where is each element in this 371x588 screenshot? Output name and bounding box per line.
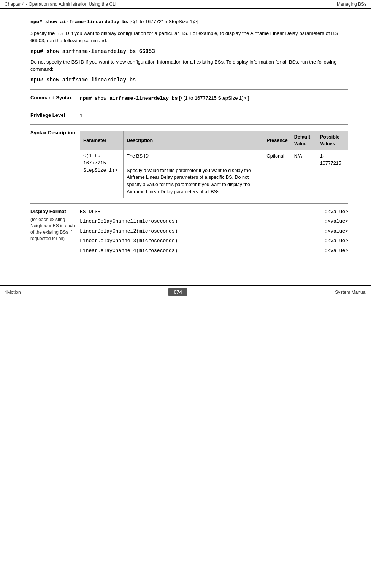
col-header-description: Description bbox=[124, 131, 263, 150]
privilege-level-section: Privilege Level 1 bbox=[30, 107, 348, 124]
intro-para2: Do not specify the BS ID if you want to … bbox=[30, 58, 348, 73]
display-format-value: :<value> bbox=[325, 247, 348, 255]
header-right: Managing BSs bbox=[337, 2, 366, 7]
display-format-body: BSIDLSB:<value>LinearDelayChannel1(micro… bbox=[80, 208, 348, 257]
display-format-section: Display Format (for each existing Neighb… bbox=[30, 203, 348, 261]
intro-command1-suffix: [<(1 to 16777215 StepSize 1)>] bbox=[128, 19, 198, 24]
cell-default-value: N/A bbox=[291, 150, 317, 198]
intro-command3: npu# show airframe-lineardelay bs bbox=[30, 77, 348, 83]
cell-possible-values: 1-16777215 bbox=[317, 150, 348, 198]
intro-para1: Specify the BS ID if you want to display… bbox=[30, 30, 348, 45]
page-content: npu# show airframe-lineardelay bs [<(1 t… bbox=[0, 9, 371, 270]
header-left: Chapter 4 - Operation and Administration… bbox=[5, 2, 116, 7]
col-header-default-value: Default Value bbox=[291, 131, 317, 150]
display-format-key: LinearDelayChannel2(microseconds) bbox=[80, 228, 178, 235]
display-format-row: LinearDelayChannel4(microseconds):<value… bbox=[80, 247, 348, 255]
syntax-description-body: Parameter Description Presence Default V… bbox=[80, 129, 348, 198]
privilege-value: 1 bbox=[80, 113, 82, 118]
display-format-label: Display Format (for each existing Neighb… bbox=[30, 208, 80, 257]
privilege-level-label: Privilege Level bbox=[30, 112, 80, 120]
cell-description: The BS IDSpecify a value for this parame… bbox=[124, 150, 263, 198]
command-syntax-normal: [<(1 to 16777215 StepSize 1)> ] bbox=[178, 95, 249, 101]
col-header-possible-values: Possible Values bbox=[317, 131, 348, 150]
table-header-row: Parameter Description Presence Default V… bbox=[80, 131, 348, 150]
syntax-description-label: Syntax Description bbox=[30, 129, 80, 198]
display-format-value: :<value> bbox=[325, 218, 348, 225]
display-format-row: LinearDelayChannel3(microseconds):<value… bbox=[80, 237, 348, 245]
display-format-key: LinearDelayChannel1(microseconds) bbox=[80, 218, 178, 225]
intro-para-command1: npu# show airframe-lineardelay bs [<(1 t… bbox=[30, 18, 348, 26]
page-footer: 4Motion 674 System Manual bbox=[0, 285, 371, 298]
display-format-key: BSIDLSB bbox=[80, 208, 101, 216]
privilege-level-body: 1 bbox=[80, 112, 348, 120]
display-format-note: (for each existing Neighbour BS in each … bbox=[30, 217, 75, 242]
table-row: <(1 to 16777215 StepSize 1)>The BS IDSpe… bbox=[80, 150, 348, 198]
page-header: Chapter 4 - Operation and Administration… bbox=[0, 0, 371, 9]
display-format-key: LinearDelayChannel4(microseconds) bbox=[80, 247, 178, 255]
col-header-presence: Presence bbox=[263, 131, 291, 150]
footer-page-number: 674 bbox=[168, 288, 187, 296]
cell-parameter: <(1 to 16777215 StepSize 1)> bbox=[80, 150, 124, 198]
display-format-value: :<value> bbox=[325, 228, 348, 235]
cell-presence: Optional bbox=[263, 150, 291, 198]
intro-block: npu# show airframe-lineardelay bs [<(1 t… bbox=[30, 18, 348, 83]
intro-command1-bold: npu# show airframe-lineardelay bs bbox=[30, 19, 128, 25]
display-format-row: LinearDelayChannel1(microseconds):<value… bbox=[80, 218, 348, 225]
col-header-parameter: Parameter bbox=[80, 131, 124, 150]
display-format-row: LinearDelayChannel2(microseconds):<value… bbox=[80, 228, 348, 235]
command-syntax-body: npu# show airframe-lineardelay bs [<(1 t… bbox=[80, 94, 348, 102]
command-syntax-section: Command Syntax npu# show airframe-linear… bbox=[30, 89, 348, 107]
display-format-row: BSIDLSB:<value> bbox=[80, 208, 348, 216]
command-syntax-label: Command Syntax bbox=[30, 94, 80, 102]
syntax-description-section: Syntax Description Parameter Description… bbox=[30, 124, 348, 203]
footer-right: System Manual bbox=[335, 290, 366, 295]
display-format-value: :<value> bbox=[325, 237, 348, 245]
command-syntax-bold: npu# show airframe-lineardelay bs bbox=[80, 96, 178, 101]
display-format-key: LinearDelayChannel3(microseconds) bbox=[80, 237, 178, 245]
display-format-value: :<value> bbox=[325, 208, 348, 216]
syntax-table: Parameter Description Presence Default V… bbox=[80, 131, 348, 198]
footer-left: 4Motion bbox=[5, 290, 21, 295]
intro-command2: npu# show airframe-lineardelay bs 66053 bbox=[30, 48, 348, 54]
